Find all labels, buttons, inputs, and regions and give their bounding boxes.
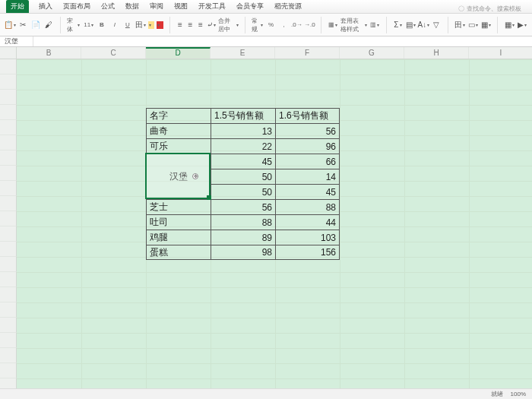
cell[interactable]: 汉堡 bbox=[146, 154, 211, 199]
cell[interactable]: 44 bbox=[275, 214, 340, 230]
col-B[interactable]: B bbox=[17, 47, 81, 59]
filter-button[interactable]: ▽ bbox=[431, 20, 442, 30]
cut-button[interactable]: ✂ bbox=[17, 20, 28, 30]
cell[interactable]: 蛋糕 bbox=[146, 245, 211, 260]
align-right-button[interactable]: ≡ bbox=[197, 20, 205, 30]
align-center-button[interactable]: ≡ bbox=[186, 20, 195, 30]
col-I[interactable]: I bbox=[469, 47, 532, 59]
cell[interactable]: 曲奇 bbox=[146, 123, 211, 138]
cell[interactable]: 1.5号销售额 bbox=[211, 108, 275, 123]
row-header[interactable] bbox=[0, 120, 17, 135]
sum-button[interactable]: Σ bbox=[392, 20, 403, 30]
font-color-button[interactable] bbox=[157, 21, 163, 29]
row-header[interactable] bbox=[0, 196, 17, 211]
underline-button[interactable]: U bbox=[122, 20, 133, 30]
row-header[interactable] bbox=[0, 105, 17, 120]
border-button[interactable]: 田 bbox=[135, 20, 146, 30]
col-E[interactable]: E bbox=[211, 47, 275, 59]
row-header[interactable] bbox=[0, 59, 17, 74]
search-box[interactable]: 查找命令、搜索模板 bbox=[458, 5, 521, 13]
cell[interactable]: 50 bbox=[211, 184, 275, 199]
cell[interactable]: 45 bbox=[211, 154, 275, 169]
cell[interactable]: 89 bbox=[211, 230, 275, 245]
cell[interactable]: 45 bbox=[275, 184, 340, 199]
row-header[interactable] bbox=[0, 287, 17, 302]
name-box[interactable]: 汉堡 bbox=[0, 36, 33, 46]
merge-button[interactable]: 合并居中 bbox=[218, 20, 239, 30]
cell[interactable]: 56 bbox=[275, 123, 340, 138]
col-F[interactable]: F bbox=[275, 47, 340, 59]
format-painter-button[interactable]: 🖌 bbox=[43, 20, 54, 30]
row-header[interactable] bbox=[0, 257, 17, 272]
tab-home[interactable]: 开始 bbox=[6, 0, 29, 13]
row-header[interactable] bbox=[0, 333, 17, 348]
cell[interactable]: 88 bbox=[211, 214, 275, 230]
cell[interactable]: 13 bbox=[211, 123, 275, 138]
decimal-inc-button[interactable]: .0→ bbox=[291, 20, 302, 30]
bold-button[interactable]: B bbox=[97, 20, 107, 30]
row-header[interactable] bbox=[0, 181, 17, 196]
wrap-text-button[interactable]: ⤶ bbox=[207, 20, 216, 30]
row-header[interactable] bbox=[0, 302, 17, 318]
conditional-format-button[interactable]: ▦ bbox=[328, 20, 338, 30]
zoom-label[interactable]: 100% bbox=[511, 391, 526, 397]
row-header[interactable] bbox=[0, 378, 17, 388]
cell[interactable]: 50 bbox=[211, 169, 275, 184]
cell[interactable]: 可乐 bbox=[146, 138, 211, 154]
tab-formula[interactable]: 公式 bbox=[100, 0, 116, 13]
cell[interactable]: 芝士 bbox=[146, 199, 211, 214]
cell[interactable]: 88 bbox=[275, 199, 340, 214]
format-cells-button[interactable]: ▦ bbox=[480, 20, 491, 30]
italic-button[interactable]: I bbox=[109, 20, 120, 30]
row-header[interactable] bbox=[0, 90, 17, 105]
fill-button[interactable]: ▤ bbox=[405, 20, 416, 30]
col-G[interactable]: G bbox=[340, 47, 404, 59]
tab-review[interactable]: 审阅 bbox=[149, 0, 164, 13]
delete-cells-button[interactable]: ▭ bbox=[467, 20, 478, 30]
row-header[interactable] bbox=[0, 318, 17, 333]
tab-dev[interactable]: 开发工具 bbox=[198, 0, 226, 13]
cell[interactable]: 22 bbox=[211, 138, 275, 154]
percent-button[interactable]: % bbox=[265, 20, 276, 30]
tab-view[interactable]: 视图 bbox=[173, 0, 188, 13]
copy-button[interactable]: 📄 bbox=[30, 20, 41, 30]
sort-button[interactable]: A↓ bbox=[418, 20, 429, 30]
number-format-select[interactable]: 常规 bbox=[252, 20, 263, 30]
font-family-select[interactable]: 宋体 bbox=[67, 20, 80, 30]
col-C[interactable]: C bbox=[81, 47, 146, 59]
cell[interactable]: 名字 bbox=[146, 108, 211, 123]
row-header[interactable] bbox=[0, 226, 17, 242]
cell-style-button[interactable]: ▥ bbox=[369, 20, 380, 30]
cell[interactable]: 98 bbox=[211, 245, 275, 260]
tab-data[interactable]: 数据 bbox=[125, 0, 140, 13]
macro-button[interactable]: ▶ bbox=[517, 20, 527, 30]
row-header[interactable] bbox=[0, 74, 17, 90]
decimal-dec-button[interactable]: →.0 bbox=[304, 20, 315, 30]
row-header[interactable] bbox=[0, 363, 17, 378]
cell[interactable]: 66 bbox=[275, 154, 340, 169]
tab-layout[interactable]: 页面布局 bbox=[62, 0, 91, 13]
select-all-corner[interactable] bbox=[0, 47, 17, 59]
cell[interactable]: 1.6号销售额 bbox=[275, 108, 340, 123]
paste-button[interactable]: 📋 bbox=[5, 20, 15, 30]
freeze-button[interactable]: ▦ bbox=[504, 20, 515, 30]
fill-color-button[interactable] bbox=[148, 21, 155, 29]
cell[interactable]: 56 bbox=[211, 199, 275, 214]
align-left-button[interactable]: ≡ bbox=[176, 20, 185, 30]
insert-cells-button[interactable]: 田 bbox=[454, 20, 465, 30]
tab-insert[interactable]: 插入 bbox=[38, 0, 53, 13]
row-header[interactable] bbox=[0, 211, 17, 226]
col-D[interactable]: D bbox=[146, 47, 211, 59]
comma-button[interactable]: , bbox=[278, 20, 289, 30]
tab-member[interactable]: 会员专享 bbox=[236, 0, 264, 13]
tab-resource[interactable]: 稻壳资源 bbox=[274, 0, 302, 13]
cell[interactable]: 鸡腿 bbox=[146, 230, 211, 245]
row-header[interactable] bbox=[0, 166, 17, 181]
row-header[interactable] bbox=[0, 242, 17, 257]
row-header[interactable] bbox=[0, 150, 17, 166]
table-style-button[interactable]: 套用表格样式 bbox=[340, 20, 366, 30]
row-header[interactable] bbox=[0, 272, 17, 287]
row-header[interactable] bbox=[0, 348, 17, 363]
cell[interactable]: 96 bbox=[275, 138, 340, 154]
grid[interactable]: B C D E F G H I 名字1.5号销售额1.6号销售额曲奇1356可乐… bbox=[0, 47, 532, 388]
